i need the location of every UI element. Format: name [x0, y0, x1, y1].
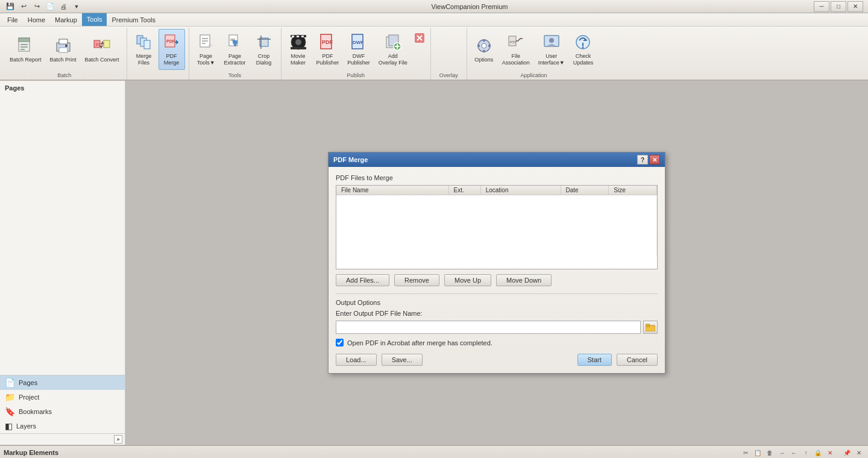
- merge-buttons: MergeFiles PDF PDFMerge: [131, 28, 185, 77]
- pdf-publisher-btn[interactable]: PDF PDFPublisher: [313, 29, 343, 70]
- svg-rect-10: [104, 40, 110, 48]
- options-btn[interactable]: Options: [471, 29, 497, 70]
- markup-delete-btn[interactable]: 🗑: [764, 447, 775, 458]
- svg-rect-6: [59, 39, 68, 44]
- add-overlay-btn[interactable]: AddOverlay File: [375, 29, 411, 70]
- options-label: Options: [474, 57, 493, 63]
- markup-remove-btn[interactable]: ✕: [825, 447, 835, 458]
- title-bar: 💾 ↩ ↪ 📄 🖨 ▼ ViewCompanion Premium ─ □ ✕: [0, 0, 868, 13]
- left-panel: Pages 📄 Pages 📁 Project 🔖 Bookmarks ◧ La…: [0, 81, 125, 445]
- movie-maker-btn[interactable]: MovieMaker: [285, 29, 312, 70]
- load-btn[interactable]: Load...: [336, 354, 377, 366]
- svg-point-56: [549, 38, 554, 43]
- output-file-input[interactable]: [336, 321, 641, 334]
- output-section: Output Options Enter Output PDF File Nam…: [336, 293, 658, 347]
- file-action-buttons: Add Files... Remove Move Up Move Down: [336, 274, 658, 286]
- dialog-close-btn[interactable]: ✕: [649, 155, 660, 165]
- pdf-merge-label: PDFMerge: [164, 53, 180, 66]
- batch-convert-btn[interactable]: PDF Batch Convert: [81, 29, 123, 70]
- tools-buttons: PageTools▼ 000 PageExtractor: [193, 28, 277, 71]
- remove-btn[interactable]: Remove: [394, 274, 439, 286]
- menu-home[interactable]: Home: [23, 13, 50, 26]
- modal-overlay: PDF Merge ? ✕ PDF Files to Merge: [125, 81, 868, 445]
- move-down-btn[interactable]: Move Down: [496, 274, 552, 286]
- publish-buttons: MovieMaker PDF PDFPublisher DWF: [285, 28, 427, 71]
- svg-rect-51: [477, 45, 480, 47]
- cancel-btn[interactable]: Cancel: [617, 354, 658, 366]
- merge-files-icon: [134, 33, 154, 52]
- quick-access-new[interactable]: 📄: [45, 1, 55, 12]
- crop-dialog-btn[interactable]: CropDialog: [251, 29, 277, 70]
- quick-access-undo[interactable]: ↩: [18, 1, 29, 12]
- close-overlay-btn[interactable]: [412, 31, 427, 46]
- start-btn[interactable]: Start: [577, 354, 612, 366]
- batch-print-btn[interactable]: Batch Print: [46, 29, 80, 70]
- add-overlay-label: AddOverlay File: [379, 53, 407, 66]
- movie-maker-label: MovieMaker: [291, 53, 306, 66]
- check-updates-btn[interactable]: CheckUpdates: [570, 29, 597, 70]
- move-up-btn[interactable]: Move Up: [444, 274, 491, 286]
- add-files-btn[interactable]: Add Files...: [336, 274, 389, 286]
- page-extractor-btn[interactable]: 000 PageExtractor: [221, 29, 250, 70]
- dialog-title: PDF Merge: [333, 156, 368, 163]
- nav-project[interactable]: 📁 Project: [0, 390, 125, 404]
- nav-layers[interactable]: ◧ Layers: [0, 419, 125, 433]
- checkbox-row: Open PDF in Acrobat after merge has comp…: [336, 339, 658, 347]
- nav-pages[interactable]: 📄 Pages: [0, 375, 125, 390]
- menu-bar: File Home Markup Tools Premium Tools: [0, 13, 868, 27]
- ribbon: Batch Report Batch Print: [0, 27, 868, 81]
- browse-folder-btn[interactable]: [643, 321, 658, 334]
- minimize-btn[interactable]: ─: [814, 1, 829, 12]
- quick-access-save[interactable]: 💾: [5, 1, 16, 12]
- markup-arrow-right-btn[interactable]: →: [776, 447, 787, 458]
- main-layout: Pages 📄 Pages 📁 Project 🔖 Bookmarks ◧ La…: [0, 81, 868, 445]
- options-icon: [474, 36, 494, 55]
- markup-pin-btn[interactable]: 📌: [841, 447, 852, 458]
- quick-access-dropdown[interactable]: ▼: [71, 1, 82, 12]
- panel-expand-btn[interactable]: »: [114, 435, 122, 444]
- user-interface-btn[interactable]: UserInterface▼: [535, 29, 568, 70]
- markup-copy-btn[interactable]: 📋: [752, 447, 763, 458]
- page-tools-btn[interactable]: PageTools▼: [193, 29, 219, 70]
- quick-access-redo[interactable]: ↪: [31, 1, 42, 12]
- menu-tools[interactable]: Tools: [82, 13, 107, 26]
- window-controls: ─ □ ✕: [814, 1, 863, 12]
- svg-rect-31: [291, 47, 306, 49]
- quick-access-print[interactable]: 🖨: [58, 1, 69, 12]
- page-extractor-icon: 000: [225, 33, 245, 52]
- file-association-label: FileAssociation: [502, 53, 530, 66]
- add-overlay-icon: [383, 33, 403, 52]
- nav-bookmarks[interactable]: 🔖 Bookmarks: [0, 404, 125, 419]
- svg-point-8: [65, 45, 68, 47]
- nav-project-label: Project: [19, 394, 39, 401]
- merge-files-btn[interactable]: MergeFiles: [131, 29, 157, 70]
- save-btn[interactable]: Save...: [382, 354, 423, 366]
- dialog-help-btn[interactable]: ?: [637, 155, 648, 165]
- close-btn[interactable]: ✕: [848, 1, 863, 12]
- markup-cut-btn[interactable]: ✂: [740, 447, 751, 458]
- col-location: Location: [480, 186, 561, 195]
- svg-text:PDF: PDF: [166, 39, 175, 43]
- open-acrobat-checkbox[interactable]: [336, 339, 344, 347]
- markup-close-panel-btn[interactable]: ✕: [854, 447, 864, 458]
- dialog-body: PDF Files to Merge File Name Ext. Locati…: [329, 167, 665, 373]
- markup-toolbar: ✂ 📋 🗑 → ← ↑ 🔒 ✕ 📌 ✕: [740, 447, 864, 458]
- files-table: File Name Ext. Location Date Size: [336, 186, 657, 256]
- markup-up-btn[interactable]: ↑: [800, 447, 811, 458]
- dwf-publisher-label: DWFPublisher: [347, 53, 370, 66]
- menu-premium-tools[interactable]: Premium Tools: [107, 13, 160, 26]
- markup-arrow-left-btn[interactable]: ←: [788, 447, 799, 458]
- menu-markup[interactable]: Markup: [50, 13, 82, 26]
- dwf-publisher-btn[interactable]: DWF DWFPublisher: [344, 29, 374, 70]
- markup-header: Markup Elements ✂ 📋 🗑 → ← ↑ 🔒 ✕ 📌 ✕: [0, 446, 868, 458]
- batch-report-btn[interactable]: Batch Report: [6, 29, 45, 70]
- svg-text:DWF: DWF: [353, 40, 363, 45]
- menu-file[interactable]: File: [2, 13, 23, 26]
- maximize-btn[interactable]: □: [831, 1, 846, 12]
- ribbon-group-merge: MergeFiles PDF PDFMerge: [127, 28, 189, 80]
- markup-lock-btn[interactable]: 🔒: [813, 447, 823, 458]
- tools-group-label: Tools: [228, 71, 241, 80]
- pdf-merge-btn[interactable]: PDF PDFMerge: [159, 29, 185, 70]
- file-association-btn[interactable]: PTI FileAssociation: [498, 29, 533, 70]
- pdf-merge-icon: PDF: [162, 33, 181, 52]
